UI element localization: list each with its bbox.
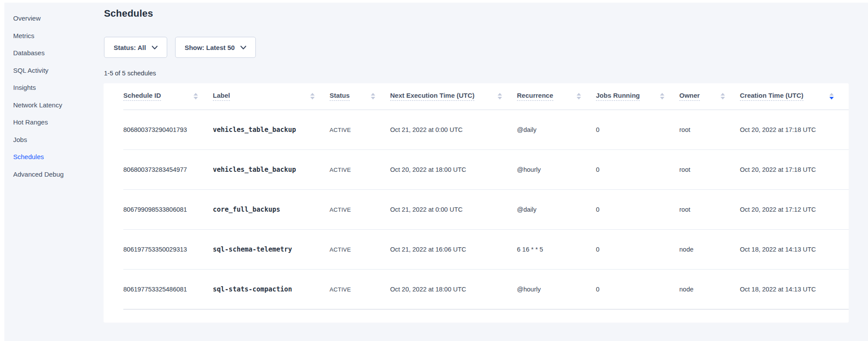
cell-text: ACTIVE [330,246,351,253]
sidebar-item-advanced-debug[interactable]: Advanced Debug [13,166,104,183]
cell-text: node [679,286,693,293]
cell-next-execution: Oct 21, 2022 at 0:00 UTC [390,189,517,229]
sort-icons[interactable] [829,93,834,99]
sort-asc-icon[interactable] [660,93,664,96]
cell-text: ACTIVE [330,286,351,293]
sidebar-item-label: Schedules [13,153,44,160]
cell-id: 806800373290401793 [123,110,213,149]
cell-id: 806800373283454977 [123,149,213,189]
cell-text: node [679,246,693,253]
cell-text: ACTIVE [330,127,351,133]
table-row: 806800373290401793vehicles_table_backupA… [123,110,849,149]
sort-desc-icon[interactable] [577,97,581,99]
cell-creation-time: Oct 18, 2022 at 14:13 UTC [740,269,849,309]
cell-jobs-running: 0 [596,229,679,269]
sidebar-item-jobs[interactable]: Jobs [13,131,104,149]
cell-next-execution: Oct 21, 2022 at 0:00 UTC [390,110,517,149]
cell-text: Oct 18, 2022 at 14:13 UTC [740,246,816,253]
cell-recurrence: @hourly [517,269,596,309]
column-header-label: Recurrence [517,92,553,101]
column-header-recurrence[interactable]: Recurrence [517,83,596,110]
sort-icons[interactable] [577,93,581,99]
cell-text: ACTIVE [330,167,351,173]
sort-asc-icon[interactable] [194,93,198,96]
sidebar-item-insights[interactable]: Insights [13,79,104,96]
cell-id: 806197753350029313 [123,229,213,269]
sidebar-item-sql-activity[interactable]: SQL Activity [13,62,104,79]
sort-desc-icon[interactable] [829,97,834,99]
sort-icons[interactable] [660,93,664,99]
sort-asc-icon[interactable] [829,93,834,96]
cell-text: 806799098533806081 [123,206,187,213]
cell-text: 806197753350029313 [123,246,187,253]
column-header-label: Status [330,92,350,101]
sort-asc-icon[interactable] [721,93,725,96]
sort-icons[interactable] [498,93,502,99]
cell-status: ACTIVE [330,189,390,229]
status-filter-dropdown[interactable]: Status: All [104,37,167,58]
sort-icons[interactable] [721,93,725,99]
sidebar-item-network-latency[interactable]: Network Latency [13,96,104,114]
sidebar-item-overview[interactable]: Overview [13,10,104,27]
column-header-creation-time-utc[interactable]: Creation Time (UTC) [740,83,849,110]
sort-desc-icon[interactable] [721,97,725,99]
sort-asc-icon[interactable] [310,93,315,96]
cell-text: sql-schema-telemetry [213,245,292,253]
sidebar: OverviewMetricsDatabasesSQL ActivityInsi… [4,3,104,183]
cell-text: 6 16 * * 5 [517,246,543,253]
cell-next-execution: Oct 21, 2022 at 16:06 UTC [390,229,517,269]
column-header-owner[interactable]: Owner [679,83,740,110]
sort-desc-icon[interactable] [498,97,502,99]
sort-desc-icon[interactable] [194,97,198,99]
cell-text: Oct 21, 2022 at 16:06 UTC [390,246,466,253]
cell-owner: root [679,110,740,149]
cell-text: 806197753325486081 [123,286,187,293]
cell-text: Oct 20, 2022 at 17:18 UTC [740,126,816,133]
cell-text: 0 [596,126,599,133]
show-filter-dropdown[interactable]: Show: Latest 50 [175,37,256,58]
cell-text: root [679,206,690,213]
cell-text: 0 [596,166,599,173]
column-header-label: Creation Time (UTC) [740,92,803,101]
column-header-label[interactable]: Label [213,83,330,110]
sort-desc-icon[interactable] [371,97,375,99]
column-header-label: Owner [679,92,700,101]
cell-recurrence: 6 16 * * 5 [517,229,596,269]
cell-status: ACTIVE [330,110,390,149]
cell-text: ACTIVE [330,206,351,213]
sidebar-item-metrics[interactable]: Metrics [13,27,104,45]
cell-text: @hourly [517,286,541,293]
cell-text: @hourly [517,166,541,173]
sort-asc-icon[interactable] [577,93,581,96]
column-header-status[interactable]: Status [330,83,390,110]
sort-icons[interactable] [310,93,315,99]
cell-text: 0 [596,246,599,253]
sidebar-nav: OverviewMetricsDatabasesSQL ActivityInsi… [4,3,104,183]
sort-asc-icon[interactable] [498,93,502,96]
cell-text: core_full_backups [213,206,280,213]
window-edge-top [0,0,868,3]
sidebar-item-label: Jobs [13,136,27,143]
sort-desc-icon[interactable] [660,97,664,99]
cell-text: Oct 20, 2022 at 18:00 UTC [390,286,466,293]
cell-text: 0 [596,286,599,293]
sidebar-item-hot-ranges[interactable]: Hot Ranges [13,114,104,131]
column-header-next-execution-time-utc[interactable]: Next Execution Time (UTC) [390,83,517,110]
sidebar-item-label: Advanced Debug [13,170,64,178]
cell-text: 806800373290401793 [123,126,187,133]
sort-icons[interactable] [194,93,198,99]
column-header-schedule-id[interactable]: Schedule ID [123,83,213,110]
cell-text: vehicles_table_backup [213,126,296,134]
status-filter-label: Status: All [114,44,146,51]
sort-desc-icon[interactable] [310,97,315,99]
cell-label: vehicles_table_backup [213,149,330,189]
sort-asc-icon[interactable] [371,93,375,96]
column-header-jobs-running[interactable]: Jobs Running [596,83,679,110]
column-header-label: Jobs Running [596,92,640,101]
cell-status: ACTIVE [330,269,390,309]
sidebar-item-databases[interactable]: Databases [13,44,104,62]
cell-owner: root [679,149,740,189]
cell-status: ACTIVE [330,229,390,269]
sort-icons[interactable] [371,93,375,99]
sidebar-item-schedules[interactable]: Schedules [13,148,104,166]
